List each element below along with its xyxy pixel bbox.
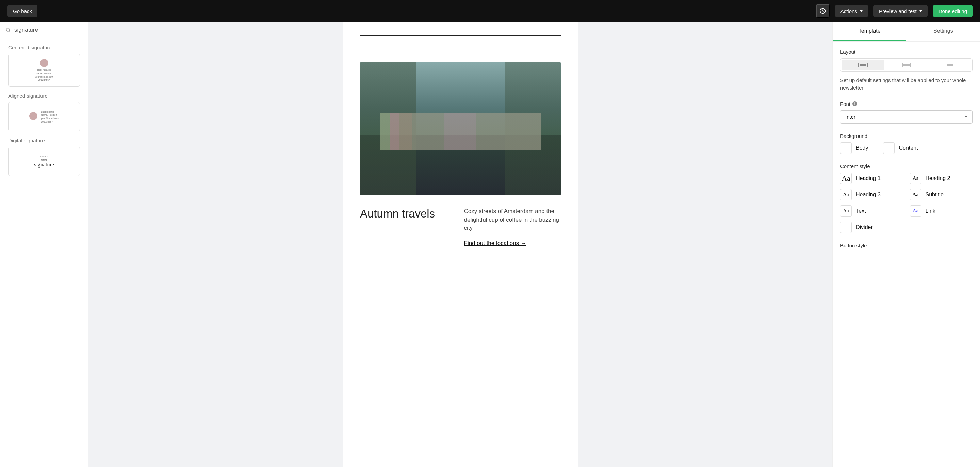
done-editing-button[interactable]: Done editing xyxy=(933,5,972,18)
layout-option-wide[interactable] xyxy=(842,60,884,70)
background-label: Background xyxy=(840,133,972,139)
svg-line-1 xyxy=(9,31,10,32)
actions-button[interactable]: Actions xyxy=(835,5,868,18)
search-input[interactable] xyxy=(14,27,86,33)
go-back-button[interactable]: Go back xyxy=(8,5,37,18)
tab-template[interactable]: Template xyxy=(833,22,907,41)
divider xyxy=(360,35,561,36)
style-link[interactable]: Aa xyxy=(910,205,921,217)
style-text[interactable]: Aa xyxy=(840,205,852,217)
style-subtitle[interactable]: Aa xyxy=(910,189,921,201)
style-divider[interactable] xyxy=(840,222,852,233)
layout-option-medium[interactable] xyxy=(885,60,928,70)
info-icon[interactable]: i xyxy=(853,102,857,106)
style-heading1[interactable]: Aa xyxy=(840,172,852,184)
body-color-swatch[interactable] xyxy=(840,142,852,154)
svg-point-0 xyxy=(6,28,10,31)
block-centered-signature[interactable]: Best regards Name, Position your@email.c… xyxy=(8,54,80,87)
content-paragraph[interactable]: Cozy streets of Amsterdam and the deligh… xyxy=(464,207,561,233)
layout-help-text: Set up default settings that will be app… xyxy=(840,77,972,92)
signature-preview: Best regards Name, Position your@email.c… xyxy=(35,69,53,82)
hero-image[interactable] xyxy=(360,62,561,195)
style-heading3[interactable]: Aa xyxy=(840,189,852,201)
font-value: Inter xyxy=(845,114,856,120)
avatar xyxy=(40,59,48,67)
content-link[interactable]: Find out the locations → xyxy=(464,240,527,246)
history-button[interactable] xyxy=(816,4,830,18)
settings-sidebar: Template Settings Layout Set up default … xyxy=(832,22,980,467)
avatar xyxy=(29,112,37,120)
layout-label: Layout xyxy=(840,49,972,55)
content-color-swatch[interactable] xyxy=(883,142,894,154)
font-label: Font i xyxy=(840,101,972,107)
email-body: Autumn travels Cozy streets of Amsterdam… xyxy=(343,22,578,467)
signature-preview: Best regards Name, Position your@email.c… xyxy=(41,110,59,124)
search-wrap: ✕ xyxy=(0,22,88,38)
block-label: Aligned signature xyxy=(8,93,80,99)
signature-preview: Position Name xyxy=(40,155,48,162)
bg-body-label: Body xyxy=(856,145,868,151)
layout-option-narrow[interactable] xyxy=(929,60,971,70)
block-aligned-signature[interactable]: Best regards Name, Position your@email.c… xyxy=(8,102,80,131)
script-signature: signature xyxy=(34,162,54,168)
button-style-label: Button style xyxy=(840,243,972,249)
search-icon xyxy=(5,27,11,33)
block-label: Digital signature xyxy=(8,137,80,143)
bg-content-label: Content xyxy=(899,145,918,151)
chevron-down-icon xyxy=(965,116,967,118)
editor-canvas[interactable]: Autumn travels Cozy streets of Amsterdam… xyxy=(89,22,832,467)
chevron-down-icon xyxy=(860,10,862,12)
font-select[interactable]: Inter xyxy=(840,110,972,124)
block-label: Centered signature xyxy=(8,45,80,50)
style-heading2[interactable]: Aa xyxy=(910,172,921,184)
blocks-sidebar: ✕ Centered signature Best regards Name, … xyxy=(0,22,89,467)
preview-label: Preview and test xyxy=(879,8,917,14)
chevron-down-icon xyxy=(920,10,922,12)
history-icon xyxy=(819,8,826,14)
layout-segmented xyxy=(840,58,972,72)
preview-button[interactable]: Preview and test xyxy=(873,5,928,18)
content-style-label: Content style xyxy=(840,163,972,169)
tab-settings[interactable]: Settings xyxy=(907,22,980,41)
actions-label: Actions xyxy=(840,8,857,14)
block-digital-signature[interactable]: Position Name signature xyxy=(8,147,80,176)
content-heading[interactable]: Autumn travels xyxy=(360,207,450,247)
